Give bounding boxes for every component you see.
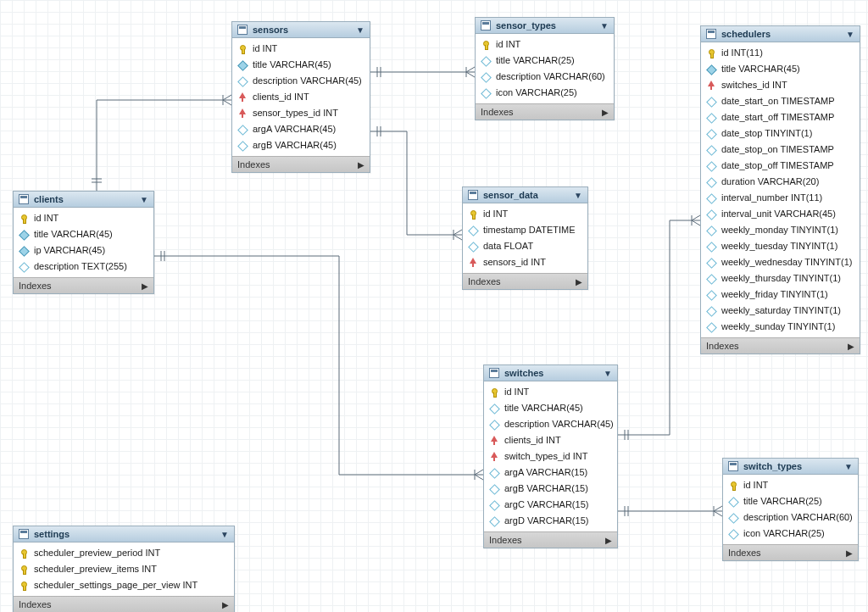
column-row[interactable]: description VARCHAR(60)	[476, 69, 614, 85]
table-header[interactable]: sensor_data▼	[463, 187, 587, 203]
column-row[interactable]: title VARCHAR(45)	[701, 61, 860, 77]
chevron-down-icon[interactable]: ▼	[574, 191, 582, 200]
table-header[interactable]: clients▼	[14, 192, 153, 208]
chevron-down-icon[interactable]: ▼	[604, 369, 612, 378]
column-row[interactable]: weekly_monday TINYINT(1)	[701, 222, 860, 238]
table-title: clients	[34, 194, 140, 204]
column-row[interactable]: id INT	[723, 477, 858, 493]
table-schedulers[interactable]: schedulers▼id INT(11)title VARCHAR(45)sw…	[700, 25, 860, 354]
column-row[interactable]: clients_id INT	[484, 432, 617, 448]
chevron-right-icon[interactable]: ▶	[358, 160, 364, 170]
chevron-right-icon[interactable]: ▶	[605, 536, 612, 545]
column-row[interactable]: id INT	[232, 41, 370, 57]
indexes-section[interactable]: Indexes▶	[484, 531, 617, 548]
column-row[interactable]: ip VARCHAR(45)	[14, 242, 153, 259]
column-row[interactable]: switches_id INT	[701, 77, 860, 93]
column-row[interactable]: argC VARCHAR(15)	[484, 497, 617, 513]
column-row[interactable]: sensors_id INT	[463, 254, 587, 270]
indexes-section[interactable]: Indexes▶	[701, 337, 860, 353]
chevron-down-icon[interactable]: ▼	[844, 462, 853, 471]
column-row[interactable]: weekly_sunday TINYINT(1)	[701, 319, 860, 335]
chevron-down-icon[interactable]: ▼	[140, 195, 148, 204]
table-sensor_types[interactable]: sensor_types▼id INTtitle VARCHAR(25)desc…	[475, 17, 615, 120]
column-row[interactable]: date_start_on TIMESTAMP	[701, 93, 860, 109]
column-row[interactable]: id INT(11)	[701, 45, 860, 61]
indexes-section[interactable]: Indexes▶	[476, 103, 614, 120]
indexes-section[interactable]: Indexes▶	[14, 277, 153, 293]
column-row[interactable]: description TEXT(255)	[14, 259, 153, 275]
column-row[interactable]: title VARCHAR(25)	[476, 53, 614, 69]
chevron-right-icon[interactable]: ▶	[602, 108, 609, 117]
indexes-section[interactable]: Indexes▶	[14, 596, 234, 612]
column-row[interactable]: icon VARCHAR(25)	[723, 526, 858, 542]
chevron-right-icon[interactable]: ▶	[142, 281, 148, 291]
column-row[interactable]: argB VARCHAR(15)	[484, 481, 617, 497]
column-row[interactable]: duration VARCHAR(20)	[701, 174, 860, 190]
chevron-right-icon[interactable]: ▶	[576, 277, 582, 287]
column-row[interactable]: weekly_saturday TINYINT(1)	[701, 303, 860, 319]
table-icon	[19, 529, 29, 539]
column-row[interactable]: date_stop TINYINT(1)	[701, 125, 860, 142]
column-text: description VARCHAR(45)	[253, 75, 362, 87]
column-row[interactable]: id INT	[463, 206, 587, 222]
column-row[interactable]: icon VARCHAR(25)	[476, 85, 614, 101]
column-row[interactable]: date_start_off TIMESTAMP	[701, 109, 860, 125]
table-header[interactable]: sensors▼	[232, 22, 370, 38]
chevron-down-icon[interactable]: ▼	[220, 530, 229, 539]
chevron-right-icon[interactable]: ▶	[846, 548, 853, 558]
column-text: weekly_sunday TINYINT(1)	[721, 320, 835, 333]
column-row[interactable]: date_stop_on TIMESTAMP	[701, 142, 860, 158]
column-text: id INT	[504, 386, 529, 398]
column-row[interactable]: data FLOAT	[463, 238, 587, 254]
column-row[interactable]: scheduler_settings_page_per_view INT	[14, 577, 234, 593]
indexes-section[interactable]: Indexes▶	[232, 156, 370, 172]
column-row[interactable]: argB VARCHAR(45)	[232, 137, 370, 153]
table-header[interactable]: switches▼	[484, 365, 617, 381]
column-row[interactable]: argA VARCHAR(45)	[232, 121, 370, 137]
column-row[interactable]: scheduler_preview_items INT	[14, 561, 234, 577]
column-row[interactable]: id INT	[14, 210, 153, 226]
table-clients[interactable]: clients▼id INTtitle VARCHAR(45)ip VARCHA…	[13, 191, 154, 294]
chevron-down-icon[interactable]: ▼	[356, 25, 364, 35]
table-header[interactable]: switch_types▼	[723, 459, 858, 475]
column-row[interactable]: description VARCHAR(45)	[484, 416, 617, 432]
column-text: description VARCHAR(60)	[496, 70, 605, 83]
column-row[interactable]: title VARCHAR(25)	[723, 493, 858, 509]
column-row[interactable]: switch_types_id INT	[484, 448, 617, 465]
column-row[interactable]: sensor_types_id INT	[232, 105, 370, 121]
column-row[interactable]: id INT	[484, 384, 617, 400]
chevron-right-icon[interactable]: ▶	[222, 600, 229, 609]
column-row[interactable]: id INT	[476, 36, 614, 53]
table-switches[interactable]: switches▼id INTtitle VARCHAR(45)descript…	[483, 364, 618, 548]
chevron-down-icon[interactable]: ▼	[846, 30, 854, 39]
column-row[interactable]: title VARCHAR(45)	[232, 57, 370, 73]
column-row[interactable]: weekly_tuesday TINYINT(1)	[701, 238, 860, 254]
chevron-down-icon[interactable]: ▼	[600, 21, 609, 31]
table-sensor_data[interactable]: sensor_data▼id INTtimestamp DATETIMEdata…	[462, 186, 588, 290]
column-row[interactable]: clients_id INT	[232, 89, 370, 105]
column-row[interactable]: weekly_thursday TINYINT(1)	[701, 270, 860, 287]
table-header[interactable]: settings▼	[14, 526, 234, 542]
column-row[interactable]: weekly_friday TINYINT(1)	[701, 287, 860, 303]
table-sensors[interactable]: sensors▼id INTtitle VARCHAR(45)descripti…	[231, 21, 370, 173]
chevron-right-icon[interactable]: ▶	[848, 342, 854, 351]
column-row[interactable]: interval_unit VARCHAR(45)	[701, 206, 860, 222]
table-settings[interactable]: settings▼scheduler_preview_period INTsch…	[13, 526, 235, 612]
svg-line-5	[223, 100, 231, 105]
column-row[interactable]: description VARCHAR(60)	[723, 509, 858, 526]
column-row[interactable]: title VARCHAR(45)	[484, 400, 617, 416]
table-switch_types[interactable]: switch_types▼id INTtitle VARCHAR(25)desc…	[722, 458, 859, 561]
column-row[interactable]: date_stop_off TIMESTAMP	[701, 158, 860, 174]
column-row[interactable]: argD VARCHAR(15)	[484, 513, 617, 529]
table-header[interactable]: sensor_types▼	[476, 18, 614, 34]
column-row[interactable]: timestamp DATETIME	[463, 222, 587, 238]
column-row[interactable]: weekly_wednesday TINYINT(1)	[701, 254, 860, 270]
column-row[interactable]: scheduler_preview_period INT	[14, 545, 234, 561]
column-row[interactable]: interval_number INT(11)	[701, 190, 860, 206]
column-row[interactable]: description VARCHAR(45)	[232, 73, 370, 89]
indexes-section[interactable]: Indexes▶	[723, 544, 858, 560]
indexes-section[interactable]: Indexes▶	[463, 273, 587, 289]
column-row[interactable]: argA VARCHAR(15)	[484, 465, 617, 481]
table-header[interactable]: schedulers▼	[701, 26, 860, 42]
column-row[interactable]: title VARCHAR(45)	[14, 226, 153, 242]
